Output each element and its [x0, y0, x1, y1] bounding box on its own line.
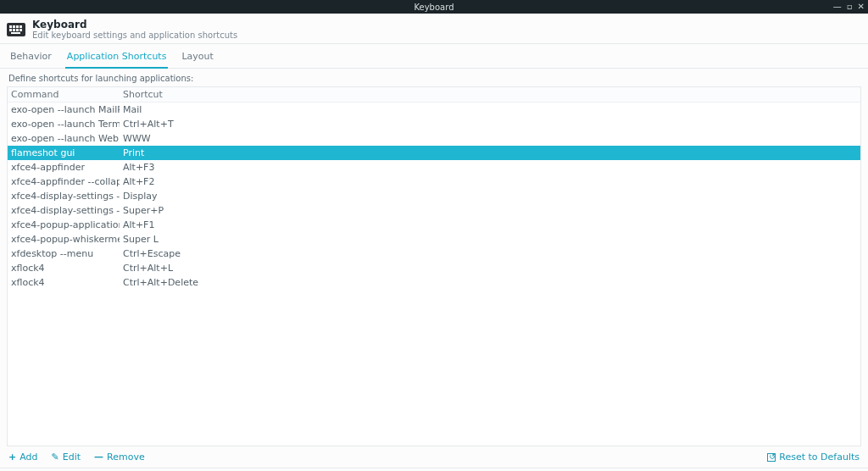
tab-behavior[interactable]: Behavior	[8, 47, 53, 68]
minimize-icon[interactable]: —	[833, 3, 842, 11]
table-row[interactable]: xfdesktop --menuCtrl+Escape	[8, 247, 860, 261]
toolbar: + Add ✎ Edit — Remove Reset to Defaults	[0, 446, 868, 468]
plus-icon: +	[8, 452, 16, 463]
add-button-label: Add	[19, 452, 37, 463]
shortcuts-table: Command Shortcut exo-open --launch MailR…	[7, 86, 861, 446]
window-title: Keyboard	[414, 3, 453, 12]
cell-command: xfce4-popup-whiskermenu	[8, 232, 120, 247]
cell-command: exo-open --launch MailReader	[8, 103, 120, 117]
table-row[interactable]: exo-open --launch WebBrowserWWW	[8, 131, 860, 146]
keyboard-icon	[7, 23, 25, 36]
table-row[interactable]: xfce4-popup-applicationsmenuAlt+F1	[8, 218, 860, 232]
page-subtitle: Edit keyboard settings and application s…	[32, 30, 237, 40]
cell-shortcut: Super L	[120, 232, 860, 247]
cell-shortcut: Print	[120, 146, 860, 160]
cell-command: xfce4-display-settings --minimal	[8, 189, 120, 203]
cell-shortcut: Alt+F3	[120, 160, 860, 175]
table-row[interactable]: exo-open --launch MailReaderMail	[8, 103, 860, 117]
table-row[interactable]: xfce4-appfinderAlt+F3	[8, 160, 860, 175]
tabs: Behavior Application Shortcuts Layout	[0, 44, 868, 69]
close-icon[interactable]: ✕	[858, 3, 865, 11]
table-row[interactable]: xfce4-appfinder --collapsedAlt+F2	[8, 175, 860, 189]
table-row[interactable]: flameshot guiPrint	[8, 146, 860, 160]
cell-shortcut: Super+P	[120, 203, 860, 218]
titlebar: Keyboard — ▫ ✕	[0, 0, 868, 14]
reset-button[interactable]: Reset to Defaults	[767, 452, 860, 463]
column-header-shortcut[interactable]: Shortcut	[120, 87, 860, 102]
cell-shortcut: Mail	[120, 103, 860, 117]
remove-button-label: Remove	[107, 452, 145, 463]
cell-shortcut: WWW	[120, 131, 860, 146]
cell-command: xfce4-appfinder	[8, 160, 120, 175]
table-row[interactable]: xfce4-display-settings --minimalSuper+P	[8, 203, 860, 218]
cell-shortcut: Alt+F2	[120, 175, 860, 189]
cell-command: exo-open --launch TerminalEmulator	[8, 117, 120, 131]
content: Define shortcuts for launching applicati…	[0, 69, 868, 446]
cell-command: xfdesktop --menu	[8, 247, 120, 261]
table-row[interactable]: exo-open --launch TerminalEmulatorCtrl+A…	[8, 117, 860, 131]
maximize-icon[interactable]: ▫	[847, 3, 853, 11]
tab-layout[interactable]: Layout	[180, 47, 214, 68]
table-row[interactable]: xflock4Ctrl+Alt+L	[8, 261, 860, 275]
cell-command: xflock4	[8, 275, 120, 290]
header: Keyboard Edit keyboard settings and appl…	[0, 14, 868, 44]
column-header-command[interactable]: Command	[8, 87, 120, 102]
table-row[interactable]: xfce4-popup-whiskermenuSuper L	[8, 232, 860, 247]
cell-shortcut: Ctrl+Alt+T	[120, 117, 860, 131]
edit-button-label: Edit	[63, 452, 81, 463]
table-row[interactable]: xfce4-display-settings --minimalDisplay	[8, 189, 860, 203]
cell-command: xfce4-popup-applicationsmenu	[8, 218, 120, 232]
remove-button[interactable]: — Remove	[94, 452, 145, 463]
cell-shortcut: Display	[120, 189, 860, 203]
tab-application-shortcuts[interactable]: Application Shortcuts	[65, 47, 169, 69]
cell-shortcut: Alt+F1	[120, 218, 860, 232]
window-controls: — ▫ ✕	[833, 3, 865, 11]
cell-command: flameshot gui	[8, 146, 120, 160]
cell-command: xfce4-display-settings --minimal	[8, 203, 120, 218]
page-title: Keyboard	[32, 19, 237, 30]
cell-command: exo-open --launch WebBrowser	[8, 131, 120, 146]
header-titles: Keyboard Edit keyboard settings and appl…	[32, 19, 237, 40]
content-description: Define shortcuts for launching applicati…	[7, 72, 861, 86]
reset-button-label: Reset to Defaults	[779, 452, 860, 463]
pencil-icon: ✎	[52, 452, 59, 463]
cell-command: xflock4	[8, 261, 120, 275]
cell-shortcut: Ctrl+Alt+L	[120, 261, 860, 275]
cell-command: xfce4-appfinder --collapsed	[8, 175, 120, 189]
footer: ? Help ✕ Close	[0, 468, 868, 471]
cell-shortcut: Ctrl+Escape	[120, 247, 860, 261]
table-row[interactable]: xflock4Ctrl+Alt+Delete	[8, 275, 860, 290]
cell-shortcut: Ctrl+Alt+Delete	[120, 275, 860, 290]
edit-button[interactable]: ✎ Edit	[52, 452, 81, 463]
add-button[interactable]: + Add	[8, 452, 38, 463]
table-header: Command Shortcut	[8, 87, 860, 103]
minus-icon: —	[94, 452, 103, 463]
reset-icon	[767, 453, 776, 462]
table-body: exo-open --launch MailReaderMailexo-open…	[8, 103, 860, 446]
